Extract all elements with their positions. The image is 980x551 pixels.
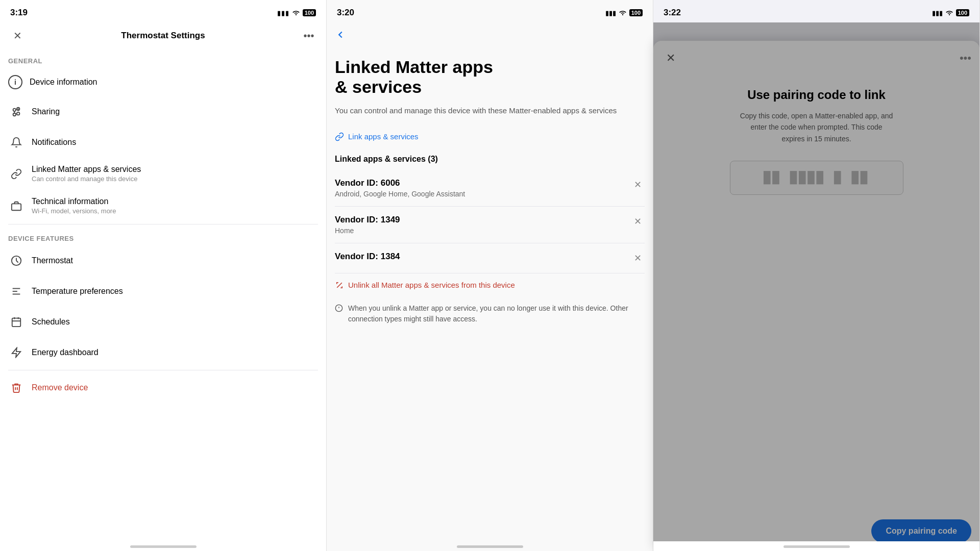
remove-device-label: Remove device [32, 383, 88, 392]
status-bar-3: 3:22 ▮▮▮ 100 [653, 0, 979, 22]
vendor-apps-1: Android, Google Home, Google Assistant [335, 190, 465, 198]
menu-item-linked-matter[interactable]: Linked Matter apps & services Can contro… [8, 158, 318, 190]
device-info-text: Device information [30, 78, 97, 87]
link-apps-row[interactable]: Link apps & services [335, 127, 645, 146]
back-button-2[interactable] [335, 29, 346, 40]
status-time-3: 3:22 [664, 8, 681, 18]
menu-item-sharing[interactable]: Sharing [8, 96, 318, 127]
unlink-label: Unlink all Matter apps & services from t… [348, 281, 515, 289]
status-time-2: 3:20 [337, 8, 354, 18]
technical-icon [8, 198, 24, 214]
battery-2: 100 [629, 9, 643, 16]
sharing-label: Sharing [32, 107, 60, 116]
nav-bar-1: ✕ Thermostat Settings ••• [0, 22, 326, 49]
svg-point-1 [17, 112, 19, 115]
energy-icon [8, 344, 24, 361]
screen1-title: Thermostat Settings [121, 31, 205, 41]
screen2-content: Linked Matter apps & services You can co… [327, 47, 653, 541]
linked-matter-text: Linked Matter apps & services Can contro… [32, 165, 141, 183]
unlink-info-text: When you unlink a Matter app or service,… [348, 303, 645, 324]
remove-icon [8, 380, 24, 396]
menu-item-thermostat[interactable]: Thermostat [8, 245, 318, 276]
vendor-id-3: Vendor ID: 1384 [335, 252, 400, 262]
divider-1 [8, 224, 318, 224]
close-button-1[interactable]: ✕ [8, 27, 27, 45]
signal-icon-1: ▮▮▮ [277, 9, 289, 17]
wifi-icon-3 [945, 9, 953, 17]
vendor-close-2[interactable]: ✕ [631, 215, 645, 228]
status-bar-2: 3:20 ▮▮▮ 100 [327, 0, 653, 22]
screen1-content: General i Device information Sharing Not… [0, 49, 326, 541]
svg-marker-13 [12, 348, 21, 357]
menu-item-notifications[interactable]: Notifications [8, 127, 318, 158]
signal-icon-2: ▮▮▮ [605, 9, 616, 17]
more-button-1[interactable]: ••• [300, 27, 318, 45]
menu-item-temp-prefs[interactable]: Temperature preferences [8, 276, 318, 307]
battery-1: 100 [303, 9, 316, 16]
schedules-label: Schedules [32, 317, 70, 327]
device-features-label: Device features [8, 227, 318, 245]
status-bar-1: 3:19 ▮▮▮ 100 [0, 0, 326, 22]
page-title-2: Linked Matter apps & services [335, 47, 645, 105]
thermostat-label: Thermostat [32, 256, 73, 265]
status-time-1: 3:19 [10, 8, 28, 18]
vendor-card-1: Vendor ID: 6006 Android, Google Home, Go… [335, 170, 645, 207]
thermostat-text: Thermostat [32, 256, 73, 265]
signal-icon-3: ▮▮▮ [932, 9, 943, 17]
menu-item-remove[interactable]: Remove device [8, 372, 318, 403]
linked-services-title: Linked apps & services (3) [335, 146, 645, 170]
vendor-card-3: Vendor ID: 1384 ✕ [335, 243, 645, 273]
unlink-info-row: When you unlink a Matter app or service,… [335, 297, 645, 331]
home-bar-1 [130, 545, 197, 548]
screen2: 3:20 ▮▮▮ 100 Linked Matter apps & servic… [327, 0, 653, 551]
energy-label: Energy dashboard [32, 348, 99, 357]
menu-item-device-info[interactable]: i Device information [8, 68, 318, 96]
home-indicator-2 [327, 541, 653, 551]
vendor-card-2: Vendor ID: 1349 Home ✕ [335, 207, 645, 243]
wifi-icon-1 [292, 9, 300, 17]
status-icons-2: ▮▮▮ 100 [605, 9, 643, 17]
temp-prefs-label: Temperature preferences [32, 287, 123, 296]
menu-item-technical[interactable]: Technical information Wi-Fi, model, vers… [8, 190, 318, 222]
technical-text: Technical information Wi-Fi, model, vers… [32, 197, 116, 215]
device-info-label: Device information [30, 78, 97, 87]
vendor-apps-2: Home [335, 227, 400, 235]
unlink-row[interactable]: Unlink all Matter apps & services from t… [335, 273, 645, 297]
vendor-info-3: Vendor ID: 1384 [335, 252, 400, 262]
menu-item-energy[interactable]: Energy dashboard [8, 337, 318, 368]
sharing-icon [8, 104, 24, 120]
page-title-text: Linked Matter apps & services [335, 57, 493, 96]
home-indicator-3 [653, 541, 979, 551]
vendor-close-1[interactable]: ✕ [631, 178, 645, 191]
schedules-text: Schedules [32, 317, 70, 327]
svg-rect-4 [12, 204, 21, 210]
battery-3: 100 [956, 9, 969, 16]
screen3: 3:22 ▮▮▮ 100 ✕ ••• Use pairing code to l… [653, 0, 980, 551]
general-section-label: General [8, 49, 318, 68]
modal-overlay [653, 22, 979, 551]
linked-matter-label: Linked Matter apps & services [32, 165, 141, 174]
nav-bar-2 [327, 22, 653, 47]
page-description-2: You can control and manage this device w… [335, 105, 645, 117]
notifications-label: Notifications [32, 138, 76, 147]
vendor-info-1: Vendor ID: 6006 Android, Google Home, Go… [335, 178, 465, 198]
menu-item-schedules[interactable]: Schedules [8, 307, 318, 337]
svg-rect-9 [12, 318, 21, 327]
energy-text: Energy dashboard [32, 348, 99, 357]
svg-point-2 [13, 113, 16, 116]
vendor-close-3[interactable]: ✕ [631, 252, 645, 265]
vendor-id-1: Vendor ID: 6006 [335, 178, 465, 188]
home-indicator-1 [0, 541, 326, 551]
wifi-icon-2 [619, 9, 627, 17]
notifications-icon [8, 134, 24, 151]
linked-matter-sublabel: Can control and manage this device [32, 175, 141, 183]
home-bar-3 [783, 545, 850, 548]
info-icon: i [8, 75, 22, 89]
status-icons-1: ▮▮▮ 100 [277, 9, 316, 17]
temp-prefs-text: Temperature preferences [32, 287, 123, 296]
svg-point-0 [13, 109, 16, 112]
technical-sublabel: Wi-Fi, model, versions, more [32, 207, 116, 215]
technical-label: Technical information [32, 197, 116, 206]
schedules-icon [8, 314, 24, 330]
thermostat-icon [8, 253, 24, 269]
